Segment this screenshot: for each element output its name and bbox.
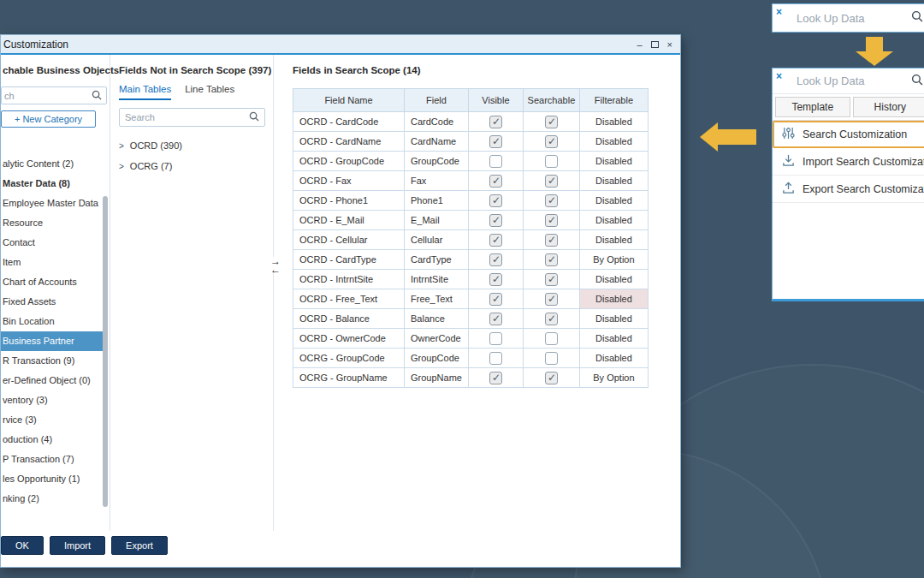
business-object-item[interactable]: rvice (3)	[1, 410, 110, 430]
business-object-item[interactable]: Fixed Assets	[1, 292, 110, 312]
searchable-checkbox[interactable]	[545, 293, 558, 306]
menu-item-export-search-customization[interactable]: Export Search Customization	[773, 176, 924, 203]
business-object-label: les Opportunity (1)	[3, 474, 80, 484]
business-object-item[interactable]: les Opportunity (1)	[1, 469, 110, 489]
business-object-item[interactable]: Contact	[1, 233, 110, 253]
tab-template[interactable]: Template	[775, 97, 850, 117]
visible-checkbox[interactable]	[489, 194, 502, 207]
business-object-item[interactable]: Item	[1, 253, 110, 272]
table-row[interactable]: OCRD - E_Mail E_Mail Disabled	[293, 211, 649, 230]
business-object-item[interactable]: Chart of Accounts	[1, 272, 110, 292]
searchable-checkbox[interactable]	[545, 194, 558, 207]
table-row[interactable]: OCRD - CardName CardName Disabled	[293, 132, 649, 152]
export-button[interactable]: Export	[111, 536, 168, 555]
menu-item-search-customization[interactable]: Search Customization	[773, 121, 924, 148]
table-row[interactable]: OCRD - Free_Text Free_Text Disabled	[293, 289, 649, 309]
business-object-item[interactable]: P Transaction (7)	[1, 450, 110, 469]
chevron-right-icon[interactable]: >	[119, 141, 124, 151]
menu-item-import-search-customization[interactable]: Import Search Customization	[773, 148, 924, 176]
business-object-item[interactable]: R Transaction (9)	[1, 351, 110, 371]
field-name-cell: OCRD - CardName	[293, 132, 405, 152]
filterable-cell: Disabled	[579, 171, 648, 191]
searchable-checkbox[interactable]	[545, 214, 558, 227]
column-header-field: Field	[405, 89, 469, 112]
visible-checkbox[interactable]	[489, 135, 502, 148]
tree-item-ocrg[interactable]: > OCRG (7)	[119, 156, 265, 176]
ok-button[interactable]: OK	[1, 536, 44, 555]
visible-checkbox[interactable]	[489, 293, 502, 306]
business-object-item[interactable]: er-Defined Object (0)	[1, 371, 110, 390]
business-object-item[interactable]: nking (2)	[1, 489, 110, 509]
business-object-item[interactable]: Employee Master Data	[1, 194, 110, 213]
table-row[interactable]: OCRD - Balance Balance Disabled	[293, 309, 649, 329]
searchable-checkbox[interactable]	[545, 135, 558, 148]
table-row[interactable]: OCRG - GroupCode GroupCode Disabled	[293, 349, 649, 368]
filterable-cell: Disabled	[579, 289, 648, 309]
table-row[interactable]: OCRD - IntrntSite IntrntSite Disabled	[293, 270, 649, 289]
lookup-search-input[interactable]: Look Up Data	[773, 69, 924, 94]
tab-line-tables[interactable]: Line Tables	[185, 84, 234, 100]
visible-checkbox[interactable]	[489, 372, 502, 384]
tree-item-ocrd[interactable]: > OCRD (390)	[119, 135, 265, 156]
fields-not-in-scope-header: Fields Not in Search Scope (397)	[119, 65, 265, 75]
business-object-item[interactable]: Business Partner	[1, 331, 104, 351]
arrow-left-icon: ←	[270, 265, 281, 274]
searchable-checkbox[interactable]	[545, 234, 558, 247]
import-button[interactable]: Import	[50, 536, 105, 555]
visible-checkbox[interactable]	[489, 273, 502, 286]
business-object-label: Item	[3, 257, 21, 267]
lookup-search-input[interactable]: Look Up Data	[797, 12, 865, 25]
searchable-checkbox[interactable]	[545, 332, 558, 345]
searchable-checkbox[interactable]	[545, 175, 558, 188]
scrollbar-thumb[interactable]	[103, 196, 108, 507]
close-icon[interactable]: ×	[776, 7, 782, 17]
maximize-icon[interactable]	[651, 41, 659, 48]
table-row[interactable]: OCRD - Phone1 Phone1 Disabled	[293, 191, 649, 211]
move-fields-icon[interactable]: → ←	[269, 257, 282, 274]
visible-checkbox[interactable]	[489, 313, 502, 325]
business-object-item[interactable]: alytic Content (2)	[1, 154, 110, 174]
visible-checkbox[interactable]	[489, 214, 502, 227]
business-object-item[interactable]: Master Data (8)	[1, 174, 110, 194]
chevron-right-icon[interactable]: >	[119, 162, 124, 171]
business-object-label: Chart of Accounts	[3, 277, 77, 287]
table-row[interactable]: OCRD - Cellular Cellular Disabled	[293, 230, 649, 250]
search-icon[interactable]	[911, 10, 923, 26]
business-object-label: Resource	[3, 217, 43, 228]
field-name-cell: OCRD - CardType	[293, 250, 405, 270]
search-placeholder: Look Up Data	[797, 74, 865, 87]
searchable-checkbox[interactable]	[545, 155, 558, 168]
customization-dialog: Customization – × chable Business Object…	[0, 34, 681, 568]
table-row[interactable]: OCRD - Fax Fax Disabled	[293, 171, 649, 191]
business-object-item[interactable]: Bin Location	[1, 312, 110, 331]
visible-checkbox[interactable]	[489, 253, 502, 266]
tab-main-tables[interactable]: Main Tables	[119, 84, 171, 100]
business-object-item[interactable]: ventory (3)	[1, 390, 110, 410]
visible-checkbox[interactable]	[489, 332, 502, 345]
visible-checkbox[interactable]	[489, 116, 502, 128]
fields-search-input[interactable]: Search	[119, 108, 265, 127]
minimize-icon[interactable]: –	[637, 39, 642, 50]
visible-checkbox[interactable]	[489, 234, 502, 247]
table-row[interactable]: OCRD - GroupCode GroupCode Disabled	[293, 152, 649, 171]
table-row[interactable]: OCRD - OwnerCode OwnerCode Disabled	[293, 329, 649, 349]
table-row[interactable]: OCRG - GroupName GroupName By Option	[293, 368, 649, 388]
close-icon[interactable]: ×	[667, 39, 672, 50]
business-object-item[interactable]: Resource	[1, 213, 110, 233]
table-row[interactable]: OCRD - CardCode CardCode Disabled	[293, 112, 649, 132]
business-object-item[interactable]: oduction (4)	[1, 430, 110, 450]
searchable-checkbox[interactable]	[545, 352, 558, 365]
searchable-checkbox[interactable]	[545, 273, 558, 286]
close-icon[interactable]: ×	[776, 71, 782, 81]
searchable-checkbox[interactable]	[545, 372, 558, 384]
visible-checkbox[interactable]	[489, 155, 502, 168]
searchable-checkbox[interactable]	[545, 116, 558, 128]
table-row[interactable]: OCRD - CardType CardType By Option	[293, 250, 649, 270]
business-objects-search-input[interactable]: ch	[1, 86, 107, 104]
tab-history[interactable]: History	[853, 97, 924, 117]
visible-checkbox[interactable]	[489, 175, 502, 188]
visible-checkbox[interactable]	[489, 352, 502, 365]
searchable-checkbox[interactable]	[545, 313, 558, 325]
searchable-checkbox[interactable]	[545, 253, 558, 266]
new-category-button[interactable]: + New Category	[1, 110, 96, 128]
